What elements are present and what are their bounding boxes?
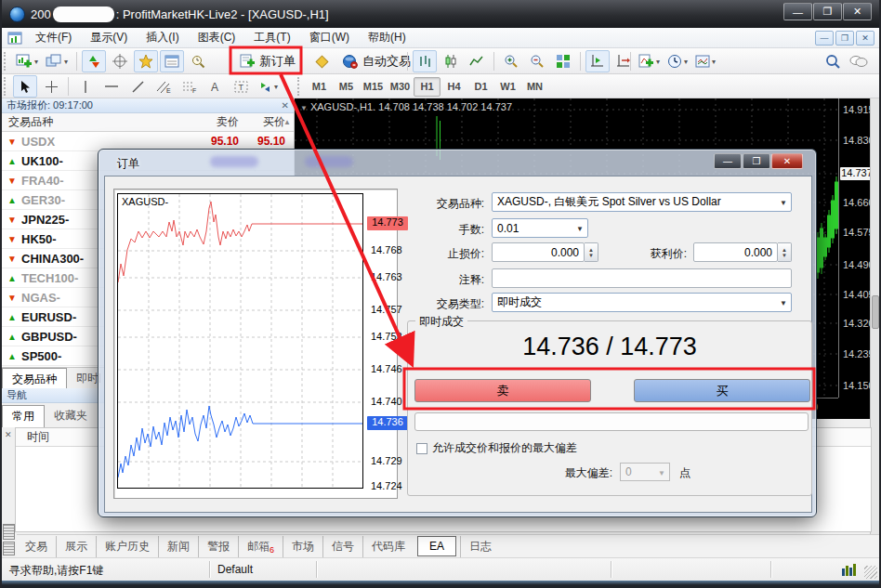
profiles-button[interactable]: ▾ bbox=[43, 50, 71, 72]
column-sell[interactable]: 卖价 bbox=[202, 114, 239, 130]
terminal-toggle-button[interactable] bbox=[160, 50, 184, 72]
zoom-in-button[interactable] bbox=[499, 50, 523, 72]
menu-file[interactable]: 文件(F) bbox=[26, 27, 81, 48]
tab-common[interactable]: 常用 bbox=[2, 405, 45, 427]
tab-experts[interactable]: EA bbox=[417, 536, 456, 556]
timeframe-m15[interactable]: M15 bbox=[360, 77, 387, 97]
menu-tools[interactable]: 工具(T) bbox=[244, 27, 299, 48]
menu-help[interactable]: 帮助(H) bbox=[359, 27, 415, 48]
mdi-minimize-button[interactable]: — bbox=[815, 31, 834, 46]
order-dialog-title-bar[interactable]: 订单 — ❐ ✕ bbox=[99, 150, 816, 175]
max-deviation-select[interactable]: 0▼ bbox=[620, 463, 670, 481]
sell-button[interactable]: 卖 bbox=[414, 379, 591, 402]
equidistant-channel-tool-button[interactable]: E bbox=[151, 75, 176, 98]
chart-shift-button[interactable] bbox=[585, 50, 610, 72]
comment-input[interactable] bbox=[492, 268, 792, 288]
tab-mailbox[interactable]: 邮箱6 bbox=[238, 536, 283, 557]
menu-window[interactable]: 窗口(W) bbox=[300, 27, 359, 48]
menu-view[interactable]: 显示(V) bbox=[81, 27, 137, 48]
bar-chart-button[interactable] bbox=[413, 50, 437, 72]
timeframe-w1[interactable]: W1 bbox=[494, 77, 521, 97]
buy-button[interactable]: 买 bbox=[634, 379, 810, 402]
timeframe-m1[interactable]: M1 bbox=[306, 77, 333, 97]
mdi-restore-button[interactable]: ❐ bbox=[835, 31, 854, 46]
tile-windows-button[interactable] bbox=[551, 50, 575, 72]
timeframe-m5[interactable]: M5 bbox=[333, 77, 360, 97]
close-button[interactable]: ✕ bbox=[843, 3, 872, 20]
timeframe-d1[interactable]: D1 bbox=[467, 77, 494, 97]
docked-panel-grip[interactable] bbox=[3, 524, 15, 540]
maximize-button[interactable]: ❐ bbox=[813, 3, 842, 20]
text-tool-button[interactable]: A bbox=[204, 75, 228, 98]
toolbar-grip[interactable] bbox=[297, 77, 302, 96]
deviation-checkbox-row[interactable]: 允许成交价和报价的最大偏差 bbox=[416, 440, 577, 456]
data-window-button[interactable] bbox=[108, 50, 132, 72]
zoom-out-button[interactable] bbox=[525, 50, 549, 72]
scrollbar-thumb[interactable] bbox=[872, 295, 879, 329]
tab-signals[interactable]: 信号 bbox=[322, 536, 362, 557]
community-chat-button[interactable] bbox=[847, 50, 871, 72]
tab-account-history[interactable]: 账户历史 bbox=[96, 536, 158, 557]
cursor-tool-button[interactable] bbox=[13, 75, 37, 98]
dialog-minimize-button[interactable]: — bbox=[714, 153, 742, 169]
volume-select[interactable]: 0.01▼ bbox=[492, 218, 588, 238]
text-label-tool-button[interactable]: T bbox=[230, 75, 254, 98]
market-watch-toggle-button[interactable] bbox=[82, 50, 106, 72]
symbol-select[interactable]: XAGUSD-, 白银美元 Spot Silver vs US Dollar▼ bbox=[492, 192, 792, 212]
column-time[interactable]: 时间 bbox=[27, 429, 49, 445]
timeframe-m30[interactable]: M30 bbox=[387, 77, 414, 97]
minimize-button[interactable]: — bbox=[783, 3, 812, 20]
resize-grip[interactable] bbox=[864, 566, 877, 579]
chevron-down-icon[interactable]: ▼ bbox=[300, 104, 308, 112]
tab-trade[interactable]: 交易 bbox=[17, 536, 56, 557]
deviation-checkbox[interactable] bbox=[416, 443, 427, 454]
new-order-button[interactable]: 新订单 bbox=[233, 50, 302, 72]
tab-code-base[interactable]: 代码库 bbox=[362, 536, 414, 557]
tab-tick-chart[interactable]: 即时图 bbox=[67, 368, 100, 388]
tab-market[interactable]: 市场 bbox=[283, 536, 322, 557]
metaeditor-button[interactable] bbox=[309, 50, 334, 72]
order-type-select[interactable]: 即时成交▼ bbox=[492, 293, 792, 312]
navigator-toggle-button[interactable] bbox=[134, 50, 158, 72]
timeframe-mn[interactable]: MN bbox=[521, 77, 548, 97]
menu-insert[interactable]: 插入(I) bbox=[137, 27, 188, 48]
terminal-close-icon[interactable]: ✕ bbox=[5, 430, 12, 439]
status-profile[interactable]: Default bbox=[217, 563, 253, 576]
tab-alerts[interactable]: 警报 bbox=[198, 536, 238, 557]
arrows-tool-button[interactable]: ▾ bbox=[256, 75, 281, 98]
dialog-close-button[interactable]: ✕ bbox=[771, 153, 803, 169]
scroll-up-icon[interactable]: ▲ bbox=[283, 118, 291, 126]
new-chart-button[interactable]: ▾ bbox=[13, 50, 41, 72]
timeframe-h4[interactable]: H4 bbox=[440, 77, 467, 97]
toolbar-grip[interactable] bbox=[4, 52, 8, 71]
close-icon[interactable]: ✕ bbox=[282, 100, 289, 111]
stop-loss-input[interactable] bbox=[492, 242, 585, 262]
fibonacci-tool-button[interactable]: F bbox=[178, 75, 202, 98]
dialog-restore-button[interactable]: ❐ bbox=[743, 153, 770, 169]
timeframe-h1[interactable]: H1 bbox=[414, 77, 440, 97]
search-button[interactable] bbox=[821, 50, 845, 72]
column-symbol[interactable]: 交易品种 bbox=[2, 114, 53, 130]
tab-symbols[interactable]: 交易品种 bbox=[2, 368, 67, 388]
strategy-tester-button[interactable] bbox=[186, 50, 210, 72]
templates-button[interactable]: ▾ bbox=[692, 50, 718, 72]
take-profit-stepper[interactable]: ▲▼ bbox=[778, 242, 792, 262]
crosshair-tool-button[interactable] bbox=[39, 75, 63, 98]
toolbar-grip[interactable] bbox=[4, 77, 8, 96]
mdi-close-button[interactable]: ✕ bbox=[856, 31, 874, 46]
tab-journal[interactable]: 日志 bbox=[460, 536, 500, 557]
column-buy[interactable]: 买价 bbox=[248, 114, 285, 130]
tab-news[interactable]: 新闻 bbox=[158, 536, 198, 557]
horizontal-line-tool-button[interactable] bbox=[99, 75, 124, 98]
indicators-button[interactable]: ▾ bbox=[636, 50, 663, 72]
vertical-line-tool-button[interactable] bbox=[73, 75, 98, 98]
docked-panel-grip[interactable] bbox=[3, 542, 15, 555]
tab-favorites[interactable]: 收藏夹 bbox=[45, 405, 97, 427]
menu-charts[interactable]: 图表(C) bbox=[189, 27, 245, 48]
candlestick-chart-button[interactable] bbox=[439, 50, 463, 72]
trendline-tool-button[interactable] bbox=[125, 75, 150, 98]
tab-exposure[interactable]: 展示 bbox=[56, 536, 96, 557]
periods-button[interactable]: ▾ bbox=[664, 50, 690, 72]
line-chart-button[interactable] bbox=[465, 50, 489, 72]
take-profit-input[interactable] bbox=[693, 242, 778, 262]
